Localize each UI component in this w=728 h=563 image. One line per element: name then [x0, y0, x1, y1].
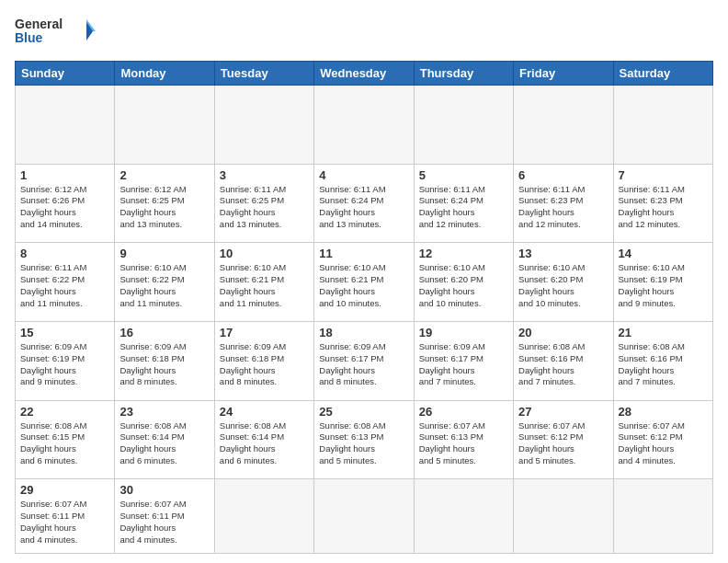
day-number: 14: [619, 247, 708, 260]
day-number: 9: [119, 247, 209, 260]
col-header-saturday: Saturday: [613, 62, 712, 86]
calendar-cell: [314, 86, 414, 165]
calendar-cell: 15 Sunrise: 6:09 AMSunset: 6:19 PMDaylig…: [16, 321, 115, 400]
cell-info: Sunrise: 6:07 AMSunset: 6:13 PMDaylight …: [419, 420, 485, 465]
calendar-cell: 19 Sunrise: 6:09 AMSunset: 6:17 PMDaylig…: [414, 321, 513, 400]
cell-info: Sunrise: 6:09 AMSunset: 6:19 PMDaylight …: [20, 341, 86, 386]
cell-info: Sunrise: 6:12 AMSunset: 6:25 PMDaylight …: [119, 184, 186, 229]
cell-info: Sunrise: 6:08 AMSunset: 6:15 PMDaylight …: [20, 420, 86, 465]
day-number: 5: [419, 168, 508, 182]
col-header-sunday: Sunday: [16, 62, 115, 86]
calendar-cell: 27 Sunrise: 6:07 AMSunset: 6:12 PMDaylig…: [514, 400, 613, 479]
cell-info: Sunrise: 6:10 AMSunset: 6:20 PMDaylight …: [518, 262, 585, 307]
calendar-cell: 10 Sunrise: 6:10 AMSunset: 6:21 PMDaylig…: [214, 243, 313, 322]
calendar-cell: 13 Sunrise: 6:10 AMSunset: 6:20 PMDaylig…: [514, 243, 613, 322]
cell-info: Sunrise: 6:10 AMSunset: 6:20 PMDaylight …: [419, 262, 485, 307]
calendar-cell: 11 Sunrise: 6:10 AMSunset: 6:21 PMDaylig…: [314, 243, 414, 322]
cell-info: Sunrise: 6:11 AMSunset: 6:23 PMDaylight …: [619, 184, 685, 229]
cell-info: Sunrise: 6:11 AMSunset: 6:23 PMDaylight …: [518, 184, 585, 229]
calendar-cell: [115, 86, 214, 165]
cell-info: Sunrise: 6:07 AMSunset: 6:12 PMDaylight …: [619, 420, 685, 465]
cell-info: Sunrise: 6:12 AMSunset: 6:26 PMDaylight …: [20, 184, 86, 229]
cell-info: Sunrise: 6:11 AMSunset: 6:22 PMDaylight …: [20, 262, 86, 307]
calendar-cell: [314, 479, 414, 554]
calendar-cell: 22 Sunrise: 6:08 AMSunset: 6:15 PMDaylig…: [16, 400, 115, 479]
col-header-friday: Friday: [514, 62, 613, 86]
calendar-cell: 26 Sunrise: 6:07 AMSunset: 6:13 PMDaylig…: [414, 400, 513, 479]
cell-info: Sunrise: 6:07 AMSunset: 6:12 PMDaylight …: [518, 420, 585, 465]
day-number: 22: [20, 405, 109, 419]
day-number: 3: [220, 168, 309, 182]
day-number: 19: [419, 326, 508, 339]
calendar-cell: 16 Sunrise: 6:09 AMSunset: 6:18 PMDaylig…: [115, 321, 214, 400]
day-number: 18: [319, 326, 408, 339]
calendar-cell: [214, 86, 313, 165]
calendar-cell: 12 Sunrise: 6:10 AMSunset: 6:20 PMDaylig…: [414, 243, 513, 322]
day-number: 8: [20, 247, 109, 260]
calendar-cell: 6 Sunrise: 6:11 AMSunset: 6:23 PMDayligh…: [514, 164, 613, 243]
day-number: 13: [518, 247, 608, 260]
calendar-cell: 4 Sunrise: 6:11 AMSunset: 6:24 PMDayligh…: [314, 164, 414, 243]
cell-info: Sunrise: 6:09 AMSunset: 6:17 PMDaylight …: [319, 341, 385, 386]
col-header-thursday: Thursday: [414, 62, 513, 86]
cell-info: Sunrise: 6:10 AMSunset: 6:21 PMDaylight …: [319, 262, 385, 307]
calendar-cell: 5 Sunrise: 6:11 AMSunset: 6:24 PMDayligh…: [414, 164, 513, 243]
cell-info: Sunrise: 6:08 AMSunset: 6:14 PMDaylight …: [119, 420, 186, 465]
calendar-cell: 18 Sunrise: 6:09 AMSunset: 6:17 PMDaylig…: [314, 321, 414, 400]
cell-info: Sunrise: 6:08 AMSunset: 6:16 PMDaylight …: [518, 341, 585, 386]
day-number: 29: [20, 483, 109, 497]
day-number: 12: [419, 247, 508, 260]
calendar-cell: 24 Sunrise: 6:08 AMSunset: 6:14 PMDaylig…: [214, 400, 313, 479]
page-header: General Blue: [15, 15, 713, 52]
calendar-cell: [414, 86, 513, 165]
calendar-cell: [613, 479, 712, 554]
cell-info: Sunrise: 6:07 AMSunset: 6:11 PMDaylight …: [119, 499, 186, 544]
day-number: 7: [619, 168, 708, 182]
day-number: 6: [518, 168, 608, 182]
cell-info: Sunrise: 6:09 AMSunset: 6:18 PMDaylight …: [119, 341, 186, 386]
svg-text:Blue: Blue: [15, 30, 43, 45]
day-number: 2: [119, 168, 209, 182]
day-number: 30: [119, 483, 209, 497]
col-header-monday: Monday: [115, 62, 214, 86]
cell-info: Sunrise: 6:09 AMSunset: 6:17 PMDaylight …: [419, 341, 485, 386]
cell-info: Sunrise: 6:09 AMSunset: 6:18 PMDaylight …: [220, 341, 286, 386]
calendar-cell: 3 Sunrise: 6:11 AMSunset: 6:25 PMDayligh…: [214, 164, 313, 243]
day-number: 4: [319, 168, 408, 182]
calendar-cell: 28 Sunrise: 6:07 AMSunset: 6:12 PMDaylig…: [613, 400, 712, 479]
day-number: 17: [220, 326, 309, 339]
calendar-cell: 21 Sunrise: 6:08 AMSunset: 6:16 PMDaylig…: [613, 321, 712, 400]
day-number: 27: [518, 405, 608, 419]
calendar-cell: 25 Sunrise: 6:08 AMSunset: 6:13 PMDaylig…: [314, 400, 414, 479]
cell-info: Sunrise: 6:11 AMSunset: 6:24 PMDaylight …: [319, 184, 385, 229]
cell-info: Sunrise: 6:07 AMSunset: 6:11 PMDaylight …: [20, 499, 86, 544]
day-number: 28: [619, 405, 708, 419]
day-number: 1: [20, 168, 109, 182]
calendar-cell: 14 Sunrise: 6:10 AMSunset: 6:19 PMDaylig…: [613, 243, 712, 322]
calendar-cell: 17 Sunrise: 6:09 AMSunset: 6:18 PMDaylig…: [214, 321, 313, 400]
col-header-wednesday: Wednesday: [314, 62, 414, 86]
calendar-table: SundayMondayTuesdayWednesdayThursdayFrid…: [15, 61, 713, 554]
cell-info: Sunrise: 6:10 AMSunset: 6:19 PMDaylight …: [619, 262, 685, 307]
calendar-cell: 20 Sunrise: 6:08 AMSunset: 6:16 PMDaylig…: [514, 321, 613, 400]
day-number: 15: [20, 326, 109, 339]
cell-info: Sunrise: 6:11 AMSunset: 6:24 PMDaylight …: [419, 184, 485, 229]
calendar-cell: 1 Sunrise: 6:12 AMSunset: 6:26 PMDayligh…: [16, 164, 115, 243]
cell-info: Sunrise: 6:08 AMSunset: 6:13 PMDaylight …: [319, 420, 385, 465]
cell-info: Sunrise: 6:10 AMSunset: 6:22 PMDaylight …: [119, 262, 186, 307]
calendar-cell: [514, 479, 613, 554]
day-number: 25: [319, 405, 408, 419]
calendar-cell: [16, 86, 115, 165]
day-number: 20: [518, 326, 608, 339]
day-number: 10: [220, 247, 309, 260]
day-number: 11: [319, 247, 408, 260]
calendar-cell: 8 Sunrise: 6:11 AMSunset: 6:22 PMDayligh…: [16, 243, 115, 322]
calendar-cell: [514, 86, 613, 165]
day-number: 16: [119, 326, 209, 339]
day-number: 21: [619, 326, 708, 339]
day-number: 23: [119, 405, 209, 419]
logo-graphic: General Blue: [15, 15, 97, 52]
calendar-cell: 2 Sunrise: 6:12 AMSunset: 6:25 PMDayligh…: [115, 164, 214, 243]
cell-info: Sunrise: 6:11 AMSunset: 6:25 PMDaylight …: [220, 184, 286, 229]
day-number: 26: [419, 405, 508, 419]
